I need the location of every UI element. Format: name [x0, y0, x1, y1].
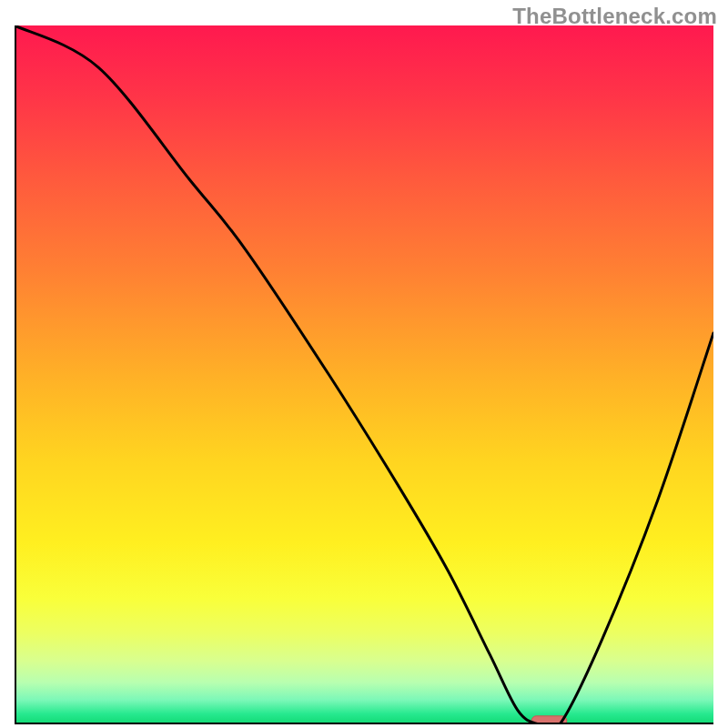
plot-background — [15, 25, 713, 724]
watermark-text: TheBottleneck.com — [512, 4, 717, 29]
bottleneck-chart — [15, 25, 713, 724]
